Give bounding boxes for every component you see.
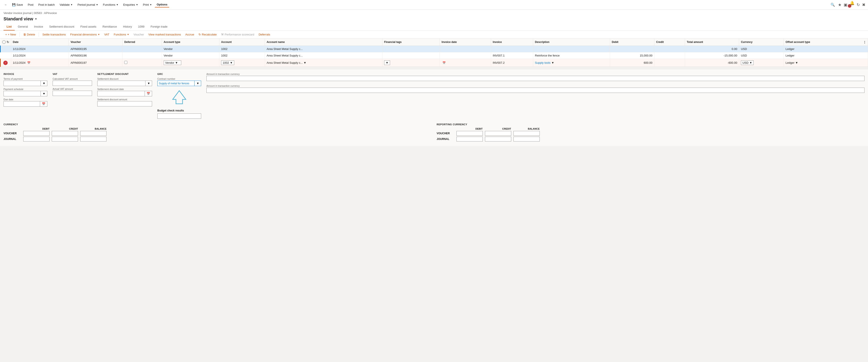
view-marked-button[interactable]: View marked transactions (147, 32, 183, 37)
tab-1099[interactable]: 1099 (135, 23, 148, 30)
due-date-calendar-btn[interactable]: 📅 (40, 101, 47, 106)
rep-journal-balance-input[interactable]: -15,600.00 (514, 137, 540, 141)
tab-foreign-trade[interactable]: Foreign trade (148, 23, 170, 30)
voucher-button[interactable]: Voucher (132, 32, 146, 37)
offset-account-type-3[interactable]: Ledger ▼ (784, 59, 868, 67)
table-row[interactable]: 1/11/2024 APIN000196 Vendor 1002 Area Sh… (0, 52, 868, 59)
new-button[interactable]: + + New (3, 32, 18, 37)
invoice-date-col-header: Invoice date (440, 38, 491, 46)
journal-debit-input[interactable]: 0.00 (23, 137, 50, 141)
refresh-header-icon[interactable]: ↻ (7, 40, 9, 44)
rep-journal-debit-input[interactable]: 0.00 (457, 137, 483, 141)
financial-dimensions-button[interactable]: Financial dimensions ▼ (68, 32, 101, 37)
vat-section: VAT Calculated VAT amount 0.00 Actual VA… (53, 73, 92, 98)
invoice-date-3[interactable]: 📅 (440, 59, 491, 67)
row-select-1[interactable] (0, 46, 11, 52)
post-batch-button[interactable]: Post in batch (37, 2, 57, 7)
settlement-disc-date-input[interactable] (97, 91, 145, 96)
payment-schedule-input[interactable] (4, 91, 40, 96)
refresh-icon[interactable]: ↻ (857, 2, 860, 7)
performance-scorecard-button[interactable]: ⚒ Performance scorecard (219, 32, 256, 37)
delete-button[interactable]: 🗑 Delete (22, 32, 37, 37)
journal-table: ↻ Date Voucher Deferred Account type Acc… (0, 38, 868, 67)
settlement-disc-dropdown-btn[interactable]: ▼ (145, 81, 152, 86)
account-col-header: Account (219, 38, 265, 46)
voucher-debit-input[interactable]: 0.00 (23, 131, 50, 136)
search-icon[interactable]: 🔍 (831, 3, 835, 7)
actual-vat-input[interactable]: 0.00 (53, 91, 92, 96)
currency-grid: DEBIT CREDIT BALANCE VOUCHER 0.00 600.00… (3, 127, 432, 141)
view-selector-chevron[interactable]: ▼ (35, 17, 37, 21)
tab-invoice[interactable]: Invoice (31, 23, 46, 30)
payment-schedule-dropdown-btn[interactable]: ▼ (40, 91, 47, 96)
print-button[interactable]: Print ▼ (141, 2, 154, 7)
settlement-disc-date-calendar-btn[interactable]: 📅 (145, 91, 152, 96)
settle-transactions-button[interactable]: Settle transactions (40, 32, 67, 37)
table-scrollbar[interactable] (0, 67, 868, 69)
amount-txn-currency-1-input[interactable]: 0.00 (207, 76, 865, 81)
save-button[interactable]: 💾 Save (10, 2, 25, 7)
calc-vat-input[interactable]: 0.00 (53, 80, 92, 86)
row-select-2[interactable] (0, 52, 11, 59)
account-type-chevron: ▼ (175, 61, 178, 64)
tab-remittance[interactable]: Remittance (99, 23, 120, 30)
description-dropdown[interactable]: ▼ (551, 61, 554, 64)
table-row[interactable]: ✓ 1/11/2024 📅 APIN000197 Vendor ▼ 1002 ▼… (0, 59, 868, 67)
table-row[interactable]: 1/11/2024 APIN000195 Vendor 1002 Area Sh… (0, 46, 868, 52)
invoice-date-calendar[interactable]: 📅 (442, 61, 446, 64)
vat-button[interactable]: VAT (102, 32, 111, 37)
post-button[interactable]: Post (26, 2, 35, 7)
select-all-header[interactable]: ↻ (0, 38, 11, 46)
window-icon[interactable]: ▣ (844, 2, 847, 7)
enquiries-button[interactable]: Enquiries ▼ (121, 2, 140, 7)
back-button[interactable]: ← (3, 2, 9, 7)
settlement-disc-amount-input[interactable]: 0.00 (97, 101, 152, 106)
notification-icon[interactable]: 🔔 0 (849, 1, 855, 9)
terms-dropdown-btn[interactable]: ▼ (40, 81, 47, 86)
date-1: 1/11/2024 (11, 46, 69, 52)
tab-general[interactable]: General (15, 23, 31, 30)
terms-input[interactable] (4, 81, 40, 86)
currency-3[interactable]: USD ▼ (739, 59, 784, 67)
journal-balance-input[interactable]: -15,600.00 (80, 137, 106, 141)
account-name-dropdown[interactable]: ▼ (304, 61, 306, 64)
favorite-icon[interactable]: ★ (838, 2, 841, 7)
close-icon[interactable]: ✖ (862, 2, 865, 7)
date-calendar-icon[interactable]: 📅 (27, 61, 30, 64)
tab-settlement-discount[interactable]: Settlement discount (46, 23, 78, 30)
rep-voucher-balance-input[interactable]: -600.00 (514, 131, 540, 136)
accrue-button[interactable]: Accrue (184, 32, 196, 37)
deferred-3[interactable] (123, 59, 162, 67)
contract-number-dropdown-btn[interactable]: ▼ (194, 81, 201, 86)
rep-voucher-debit-input[interactable]: 0.00 (457, 131, 483, 136)
row-select-3[interactable]: ✓ (0, 59, 11, 67)
budget-check-input[interactable]: Budget check not performed (157, 113, 201, 119)
budget-check-label: Budget check results (157, 109, 201, 112)
tab-fixed-assets[interactable]: Fixed assets (78, 23, 99, 30)
settlement-disc-input[interactable] (97, 81, 145, 86)
voucher-credit-input[interactable]: 600.00 (52, 131, 78, 136)
functions-toolbar-button[interactable]: Functions ▼ (112, 32, 131, 37)
financial-tags-3[interactable]: ▼ (382, 59, 440, 67)
period-journal-button[interactable]: Period journal ▼ (76, 2, 100, 7)
recalculate-button[interactable]: ↻ Recalculate (197, 32, 218, 37)
amount-txn-currency-2-input[interactable]: -600.00 (207, 88, 865, 93)
options-button[interactable]: Options (155, 2, 169, 7)
validate-button[interactable]: Validate ▼ (58, 2, 74, 7)
offset-account-type-2: Ledger (784, 52, 868, 59)
rep-journal-credit-input[interactable]: 15,600.00 (485, 137, 511, 141)
voucher-balance-input[interactable]: -600.00 (80, 131, 106, 136)
account-3[interactable]: 1002 ▼ (219, 59, 265, 67)
due-date-input[interactable] (4, 102, 40, 106)
contract-number-input[interactable] (158, 81, 194, 86)
offset-account-chevron[interactable]: ▼ (795, 61, 798, 64)
rep-voucher-credit-input[interactable]: 600.00 (485, 131, 511, 136)
tab-history[interactable]: History (120, 23, 135, 30)
account-name-col-header: Account name (265, 38, 382, 46)
journal-credit-input[interactable]: 15,600.00 (52, 137, 78, 141)
deferrals-button[interactable]: Deferrals (257, 32, 272, 37)
account-type-3[interactable]: Vendor ▼ (162, 59, 219, 67)
description-3[interactable]: Supply tools ▼ (533, 59, 610, 67)
functions-button[interactable]: Functions ▼ (101, 2, 120, 7)
tab-list[interactable]: List (3, 23, 15, 30)
